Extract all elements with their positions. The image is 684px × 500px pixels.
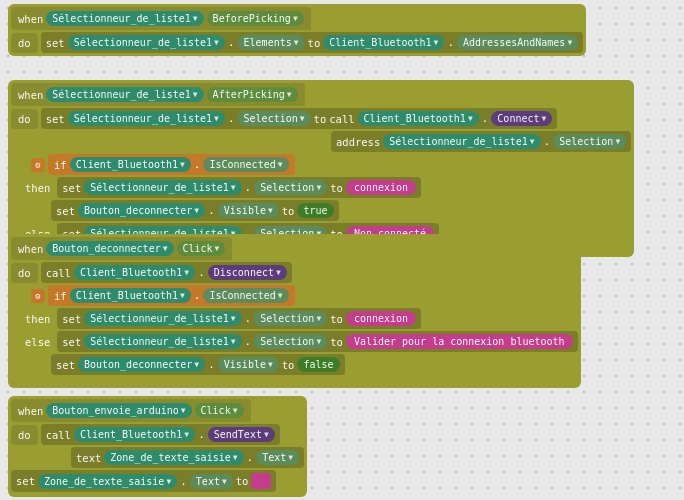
address-row: address Sélectionneur_de_liste1▼ . Selec…	[331, 131, 631, 152]
if-block-2: if Client_Bluetooth1▼ . IsConnected▼	[48, 154, 295, 175]
do-label-1: do	[11, 33, 38, 53]
event-pill-1[interactable]: BeforePicking▼	[207, 11, 304, 26]
gear-icon-2[interactable]: ⚙	[31, 158, 45, 172]
when-header-3: when Bouton_deconnecter▼ Click▼	[11, 237, 232, 260]
set-row-1: set Sélectionneur_de_liste1▼ . Elements▼…	[41, 32, 584, 53]
when-label-2: when	[18, 89, 43, 101]
val-comp-1[interactable]: Client_Bluetooth1▼	[323, 35, 444, 50]
event-pill-2[interactable]: AfterPicking▼	[207, 87, 298, 102]
set-row-2: set Sélectionneur_de_liste1▼ . Selection…	[41, 108, 558, 129]
gear-icon-3[interactable]: ⚙	[31, 289, 45, 303]
color-value-pill[interactable]	[251, 473, 271, 489]
block2-container: when Sélectionneur_de_liste1▼ AfterPicki…	[8, 80, 634, 257]
block1-container: when Sélectionneur_de_liste1▼ BeforePick…	[8, 4, 586, 56]
bottom-tab-3	[11, 377, 51, 385]
when-header-1: when Sélectionneur_de_liste1▼ BeforePick…	[11, 7, 311, 30]
then-label-2: then	[21, 182, 54, 194]
when-header-2: when Sélectionneur_de_liste1▼ AfterPicki…	[11, 83, 305, 106]
when-label-1: when	[18, 13, 43, 25]
block3-container: when Bouton_deconnecter▼ Click▼ do call …	[8, 234, 581, 388]
component-pill-2[interactable]: Sélectionneur_de_liste1▼	[46, 87, 203, 102]
set-label-1: set	[46, 37, 65, 49]
set-target-1[interactable]: Sélectionneur_de_liste1▼	[68, 35, 225, 50]
do-label-2: do	[11, 109, 38, 129]
component-pill-1[interactable]: Sélectionneur_de_liste1▼	[46, 11, 203, 26]
set-prop-1[interactable]: Elements▼	[238, 35, 305, 50]
val-prop-1[interactable]: AddressesAndNames▼	[457, 35, 578, 50]
block4-container: when Bouton_envoie_arduino▼ Click▼ do ca…	[8, 396, 307, 497]
